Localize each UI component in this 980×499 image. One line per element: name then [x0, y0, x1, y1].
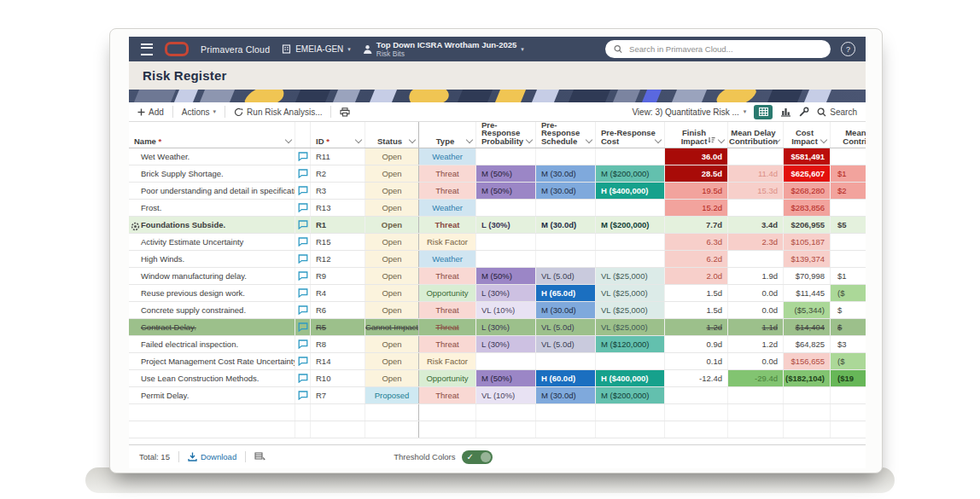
cell-type[interactable]: Opportunity: [419, 285, 476, 301]
col-header-type[interactable]: Type: [419, 122, 476, 148]
cell-cost[interactable]: [596, 148, 665, 165]
cell-sched[interactable]: VL (5.0d): [536, 268, 596, 284]
cell-name[interactable]: Reuse previous design work.: [129, 285, 295, 301]
cell-name[interactable]: Wet Weather.: [129, 148, 295, 165]
cell-name[interactable]: Concrete supply constrained.: [129, 302, 295, 318]
add-button[interactable]: Add: [129, 102, 172, 121]
cell-mc[interactable]: $: [831, 319, 866, 335]
global-search-input[interactable]: [627, 44, 822, 55]
cell-prob[interactable]: [476, 251, 536, 267]
cell-mc[interactable]: ($: [831, 353, 866, 369]
cell-name[interactable]: High Winds.: [129, 251, 295, 267]
table-row-R11[interactable]: Wet Weather.R11OpenWeather36.0d$581,491: [129, 148, 866, 165]
cell-type[interactable]: Threat: [419, 336, 476, 352]
cell-ci[interactable]: $105,187: [784, 234, 831, 250]
cell-type[interactable]: Threat: [419, 302, 476, 318]
cell-ci[interactable]: [784, 387, 831, 403]
cell-status[interactable]: Proposed: [365, 387, 419, 403]
cell-type[interactable]: Opportunity: [419, 370, 476, 386]
cell-fin[interactable]: 1.5d: [665, 302, 728, 318]
table-row-R15[interactable]: Activity Estimate UncertaintyR15OpenRisk…: [129, 234, 866, 251]
cell-sched[interactable]: [536, 234, 596, 250]
cell-name[interactable]: Project Management Cost Rate Uncertainty: [129, 353, 295, 369]
col-header-fin[interactable]: FinishImpact: [665, 122, 728, 148]
help-icon[interactable]: ?: [841, 42, 855, 56]
cell-cost[interactable]: [596, 353, 665, 369]
cell-fin[interactable]: 0.1d: [665, 353, 728, 369]
table-row-R8[interactable]: Failed electrical inspection.R8OpenThrea…: [129, 336, 866, 353]
cell-fin[interactable]: 36.0d: [665, 148, 728, 165]
grid-view-button[interactable]: [754, 105, 773, 119]
cell-comment[interactable]: [295, 183, 311, 199]
table-row-R10[interactable]: Use Lean Construction Methods.R10OpenOpp…: [129, 370, 866, 387]
cell-status[interactable]: Cannot Impact: [365, 319, 419, 335]
cell-type[interactable]: Threat: [419, 217, 476, 233]
cell-ci[interactable]: $625,607: [784, 165, 831, 182]
cell-md[interactable]: 1.2d: [728, 336, 784, 352]
cell-status[interactable]: Open: [365, 370, 419, 386]
cell-cost[interactable]: [596, 251, 665, 267]
cell-id[interactable]: R6: [311, 302, 365, 318]
cell-comment[interactable]: [295, 319, 311, 335]
cell-fin[interactable]: 1.2d: [665, 319, 728, 335]
cell-type[interactable]: Weather: [419, 251, 476, 267]
cell-fin[interactable]: 28.5d: [665, 165, 728, 182]
cell-id[interactable]: R7: [311, 387, 365, 403]
cell-mc[interactable]: $2: [831, 183, 866, 199]
cell-name[interactable]: Use Lean Construction Methods.: [129, 370, 295, 386]
cell-id[interactable]: R15: [311, 234, 365, 250]
cell-mc[interactable]: $: [831, 302, 866, 318]
cell-sched[interactable]: VL (5.0d): [536, 319, 596, 335]
cell-comment[interactable]: [295, 200, 311, 216]
cell-md[interactable]: 2.3d: [728, 234, 784, 250]
col-header-md[interactable]: Mean DelayContribution: [728, 122, 784, 148]
filter-chevron-icon[interactable]: [718, 136, 725, 143]
cell-md[interactable]: [728, 387, 784, 403]
cell-id[interactable]: R3: [311, 183, 365, 199]
cell-mc[interactable]: [831, 148, 866, 165]
cell-mc[interactable]: ($: [831, 285, 866, 301]
cell-ci[interactable]: $283,856: [784, 200, 831, 216]
cell-cost[interactable]: M ($200,000): [596, 217, 665, 233]
threshold-colors-toggle[interactable]: ✓: [462, 450, 493, 464]
filter-chevron-icon[interactable]: [820, 136, 827, 143]
cell-ci[interactable]: $206,955: [784, 217, 831, 233]
cell-name[interactable]: Foundations Subside.: [129, 217, 295, 233]
cell-cost[interactable]: VL ($25,000): [596, 302, 665, 318]
cell-prob[interactable]: M (50%): [476, 268, 536, 284]
cell-sched[interactable]: M (30.0d): [536, 165, 596, 182]
cell-type[interactable]: Threat: [419, 268, 476, 284]
cell-fin[interactable]: 1.5d: [665, 285, 728, 301]
cell-cost[interactable]: VL ($25,000): [596, 285, 665, 301]
cell-mc[interactable]: $1: [831, 165, 866, 182]
cell-md[interactable]: 3.4d: [728, 217, 784, 233]
brand-label[interactable]: Primavera Cloud: [201, 44, 270, 55]
cell-prob[interactable]: M (50%): [476, 165, 536, 182]
cell-cost[interactable]: VL ($25,000): [596, 268, 665, 284]
project-selector[interactable]: Top Down ICSRA Wrotham Jun-2025 Risk Bit…: [363, 41, 524, 58]
cell-status[interactable]: Open: [365, 217, 419, 233]
histogram-view-button[interactable]: [780, 107, 791, 117]
cell-ci[interactable]: $70,998: [784, 268, 831, 284]
cell-ci[interactable]: $11,445: [784, 285, 831, 301]
col-header-id[interactable]: ID *: [311, 122, 365, 148]
cell-comment[interactable]: [295, 165, 311, 182]
cell-type[interactable]: Threat: [419, 165, 476, 182]
cell-id[interactable]: R5: [311, 319, 365, 335]
cell-prob[interactable]: M (50%): [476, 183, 536, 199]
cell-comment[interactable]: [295, 353, 311, 369]
cell-mc[interactable]: [831, 251, 866, 267]
cell-comment[interactable]: [295, 302, 311, 318]
cell-status[interactable]: Open: [365, 285, 419, 301]
table-row-R5[interactable]: Contract Delay.R5Cannot ImpactThreatL (3…: [129, 319, 866, 336]
table-row-R13[interactable]: Frost.R13OpenWeather15.2d$283,856: [129, 200, 866, 217]
cell-prob[interactable]: L (30%): [476, 319, 536, 335]
cell-fin[interactable]: 6.2d: [665, 251, 728, 267]
cell-fin[interactable]: 15.2d: [665, 200, 728, 216]
filter-chevron-icon[interactable]: [586, 136, 592, 143]
col-header-ci[interactable]: CostImpact: [784, 122, 831, 148]
cell-mc[interactable]: [831, 200, 866, 216]
cell-comment[interactable]: [295, 251, 311, 267]
cell-md[interactable]: 0.0d: [728, 285, 784, 301]
cell-type[interactable]: Risk Factor: [419, 234, 476, 250]
